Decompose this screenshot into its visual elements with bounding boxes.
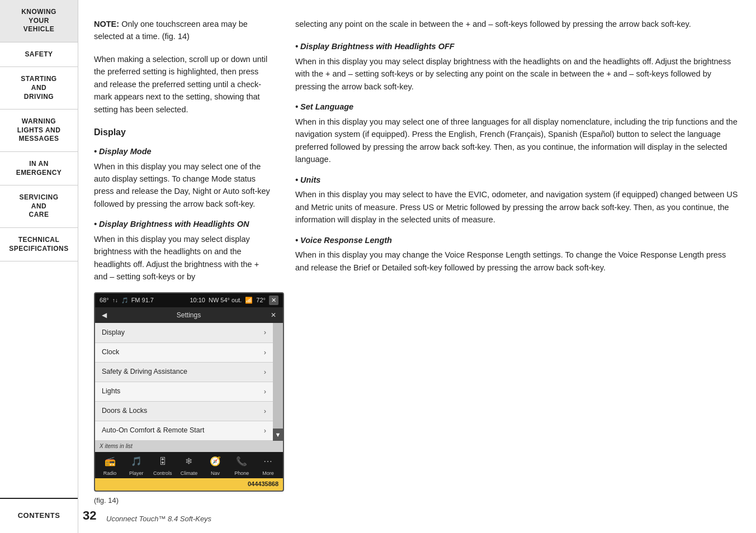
uc-menu-item-safety[interactable]: Safety & Driving Assistance › [95,363,273,382]
sidebar-item-knowing[interactable]: KNOWING YOUR VEHICLE [0,0,78,42]
uc-menu-item-doors[interactable]: Doors & Locks › [95,402,273,421]
units-title: Units [295,174,738,186]
uc-close-icon[interactable]: ✕ [269,296,278,305]
uc-chevron-lights: › [264,386,266,397]
uc-menu-label-display: Display [102,327,125,338]
uc-scroll-down-button[interactable]: ▼ [273,429,283,441]
right-column: selecting any point on the scale in betw… [285,0,756,533]
headlights-on-title: Display Brightness with Headlights ON [94,218,272,230]
sidebar-item-warning[interactable]: WARNING LIGHTS AND MESSAGES [0,110,78,152]
uc-menu-label-lights: Lights [102,386,120,397]
uc-btn-phone[interactable]: 📞 Phone [230,455,253,478]
uc-btn-radio[interactable]: 📻 Radio [99,455,121,478]
uc-settings-bar: ◀ Settings ✕ [95,307,283,323]
uc-btn-climate-label: Climate [181,470,198,478]
figure-caption: (fig. 14) [94,495,284,506]
uc-btn-radio-label: Radio [103,470,117,478]
uc-menu-item-clock[interactable]: Clock › [95,343,273,363]
phone-icon: 📞 [236,455,247,469]
sidebar: KNOWING YOUR VEHICLE SAFETY STARTING AND… [0,0,78,533]
controls-icon: 🎛 [158,455,167,469]
uc-chevron-comfort: › [264,425,266,436]
uc-settings-title: Settings [177,310,201,321]
uc-status-right: 10:10 NW 54° out. 📶 72° ✕ [190,296,278,305]
uc-menu-item-display[interactable]: Display › [95,323,273,342]
set-language-section: Set Language When in this display you ma… [295,101,738,165]
uc-radio-freq: FM 91.7 [131,296,154,305]
note-block: NOTE: Only one touchscreen area may be s… [94,18,272,43]
uc-btn-phone-label: Phone [234,470,249,478]
uc-chevron-display: › [264,327,266,338]
uc-btn-controls-label: Controls [153,470,172,478]
headlights-on-text: When in this display you may select disp… [94,233,272,283]
uc-btn-climate[interactable]: ❄ Climate [178,455,200,478]
main-content: NOTE: Only one touchscreen area may be s… [78,0,756,533]
uc-menu-item-lights[interactable]: Lights › [95,382,273,402]
more-icon: ⋯ [263,455,272,469]
uc-status-left: 68° ↑↓ 🎵 FM 91.7 [100,296,154,305]
uc-btn-controls[interactable]: 🎛 Controls [152,455,174,478]
uc-menu-label-safety: Safety & Driving Assistance [102,367,187,377]
headlights-on-section: Display Brightness with Headlights ON Wh… [94,218,272,283]
uc-bottom-bar: 📻 Radio 🎵 Player 🎛 Controls ❄ Climate [95,452,283,479]
sidebar-item-emergency[interactable]: IN AN EMERGENCY [0,152,78,185]
player-icon: 🎵 [131,455,142,469]
uc-chevron-doors: › [264,406,266,417]
uc-temp-right: 72° [256,296,266,305]
uc-menu-label-clock: Clock [102,347,119,358]
uc-menu-label-comfort: Auto-On Comfort & Remote Start [102,425,204,436]
set-language-text: When in this display you may select one … [295,116,738,166]
units-section: Units When in this display you may selec… [295,174,738,226]
sidebar-item-servicing[interactable]: SERVICING AND CARE [0,185,78,228]
display-mode-title: Display Mode [94,145,272,158]
uc-signal-icon: ↑↓ [112,296,118,305]
uc-btn-more[interactable]: ⋯ More [257,455,279,478]
uc-direction: NW 54° out. [209,296,242,305]
uc-temp: 68° [100,296,109,305]
uc-time: 10:10 [190,296,205,305]
uconnect-screen: 68° ↑↓ 🎵 FM 91.7 10:10 NW 54° out. 📶 72°… [94,292,284,492]
headlights-off-text: When in this display you may select disp… [295,55,738,93]
display-section-title: Display [94,126,272,140]
uc-chevron-safety: › [264,367,266,378]
headlights-off-section: Display Brightness with Headlights OFF W… [295,40,738,93]
uc-antenna-icon: 📶 [245,296,253,305]
uc-part-number: 044435868 [95,478,283,490]
voice-response-section: Voice Response Length When in this displ… [295,234,738,274]
note-label: NOTE: [94,20,119,28]
sidebar-item-safety[interactable]: SAFETY [0,42,78,68]
uc-btn-nav[interactable]: 🧭 Nav [204,455,226,478]
sidebar-item-contents[interactable]: CONTENTS [0,498,78,533]
headlights-off-title: Display Brightness with Headlights OFF [295,40,738,53]
sidebar-item-starting[interactable]: STARTING AND DRIVING [0,67,78,110]
display-mode-text: When in this display you may select one … [94,160,272,211]
uc-back-icon[interactable]: ◀ [102,310,107,321]
uc-btn-player-label: Player [129,470,144,478]
sidebar-item-technical[interactable]: TECHNICAL SPECIFICATIONS [0,228,78,261]
uc-menu-label-doors: Doors & Locks [102,406,147,416]
para-selection: When making a selection, scroll up or do… [94,53,272,116]
figure-container: 68° ↑↓ 🎵 FM 91.7 10:10 NW 54° out. 📶 72°… [94,292,284,506]
uc-menu-items-col: Display › Clock › Safety & Driving Assis… [95,323,273,441]
units-text: When in this display you may select to h… [295,188,738,226]
display-mode-section: Display Mode When in this display you ma… [94,145,272,210]
headlights-on-continued: selecting any point on the scale in betw… [295,18,738,30]
uc-radio-icon: 🎵 [121,296,128,305]
uc-scrollbar[interactable]: ▼ [273,323,283,441]
radio-icon: 📻 [105,455,116,469]
uc-status-bar: 68° ↑↓ 🎵 FM 91.7 10:10 NW 54° out. 📶 72°… [95,293,283,307]
uc-btn-more-label: More [262,470,274,478]
uc-btn-player[interactable]: 🎵 Player [125,455,148,478]
climate-icon: ❄ [185,455,192,469]
left-column: NOTE: Only one touchscreen area may be s… [78,0,285,533]
uc-close-x-icon[interactable]: ✕ [271,310,276,321]
voice-response-title: Voice Response Length [295,234,738,246]
uc-chevron-clock: › [264,347,266,358]
uc-menu-item-comfort[interactable]: Auto-On Comfort & Remote Start › [95,421,273,441]
nav-icon: 🧭 [210,455,221,469]
uc-items-label: X items in list [95,441,283,452]
uc-btn-nav-label: Nav [211,470,220,478]
uc-menu-row: Display › Clock › Safety & Driving Assis… [95,323,283,441]
voice-response-text: When in this display you may change the … [295,249,738,274]
page-subtitle: Uconnect Touch™ 8.4 Soft-Keys [106,515,211,523]
